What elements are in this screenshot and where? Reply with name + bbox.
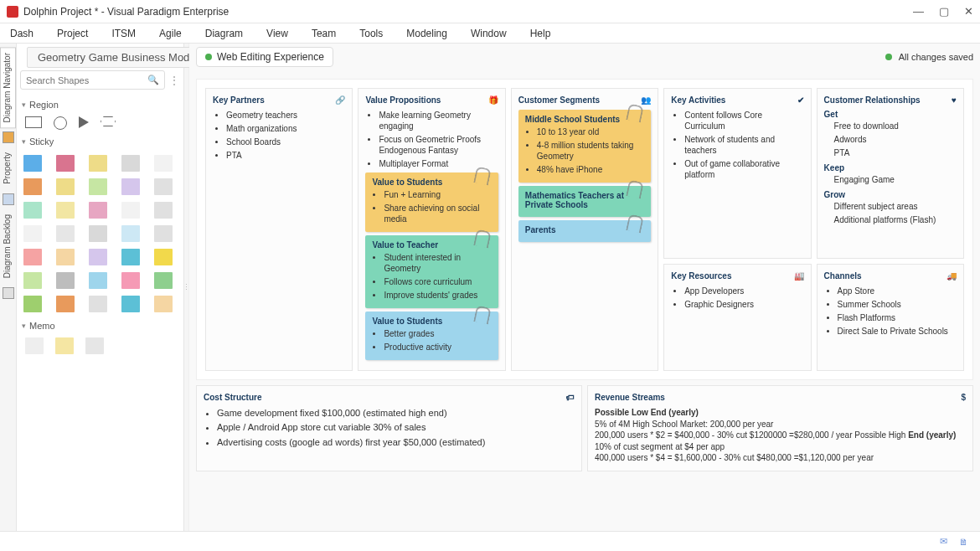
sticky-swatch[interactable] (56, 155, 75, 172)
breadcrumb[interactable]: Geometry Game Business Model (27, 47, 209, 68)
bmc-channels[interactable]: Channels🚚 App StoreSummer SchoolsFlash P… (817, 264, 964, 371)
list-item: Graphic Designers (684, 299, 803, 310)
sticky-swatch[interactable] (121, 202, 140, 219)
sticky-swatch[interactable] (121, 155, 140, 172)
sticky-value-students[interactable]: Value to Students Fun + LearningShare ac… (365, 173, 498, 232)
sticky-swatch[interactable] (56, 272, 75, 289)
bmc-key-resources[interactable]: Key Resources🏭 App DevelopersGraphic Des… (663, 264, 811, 371)
sticky-swatch[interactable] (154, 155, 173, 172)
menu-team[interactable]: Team (312, 28, 336, 39)
sticky-swatch[interactable] (56, 225, 75, 242)
section-sticky[interactable]: Sticky (20, 133, 180, 150)
search-icon[interactable]: 🔍 (147, 75, 159, 85)
search-input[interactable] (26, 75, 147, 85)
list-item: Summer Schools (838, 299, 957, 310)
sticky-swatch[interactable] (121, 225, 140, 242)
sticky-swatch[interactable] (23, 225, 42, 242)
side-tab-strip: Diagram Navigator Property Diagram Backl… (0, 44, 17, 531)
search-shapes-box[interactable]: 🔍 (20, 70, 165, 90)
section-region[interactable]: Region (20, 96, 180, 113)
list-item: Advertising costs (google ad words) firs… (217, 436, 575, 448)
list-item: Focus on Geometric Proofs Endogenous Fan… (379, 134, 498, 156)
sticky-swatch[interactable] (89, 272, 107, 289)
sidetab-property[interactable]: Property (0, 147, 16, 190)
sticky-swatch[interactable] (89, 155, 107, 172)
note-icon[interactable]: 🗎 (959, 537, 968, 547)
bmc-canvas[interactable]: Key Partners🔗 Geometry teachersMath orga… (196, 79, 973, 380)
sticky-swatch[interactable] (23, 296, 42, 312)
menu-window[interactable]: Window (471, 28, 507, 39)
menu-itsm[interactable]: ITSM (111, 28, 136, 39)
sticky-title: Value to Teacher (372, 240, 491, 250)
menu-help[interactable]: Help (530, 28, 551, 39)
sticky-swatch[interactable] (56, 249, 75, 265)
sidetab-diagram-backlog[interactable]: Diagram Backlog (0, 209, 16, 284)
sticky-swatch[interactable] (154, 272, 173, 289)
sticky-segment-teachers[interactable]: Mathematics Teachers at Private Schools (518, 186, 651, 217)
sticky-swatch[interactable] (89, 249, 107, 265)
sticky-swatch[interactable] (89, 178, 107, 195)
sticky-swatch[interactable] (154, 296, 173, 312)
memo-swatch[interactable] (25, 337, 44, 354)
sticky-swatch[interactable] (89, 202, 107, 219)
bmc-key-partners[interactable]: Key Partners🔗 Geometry teachersMath orga… (205, 88, 353, 371)
shape-rect[interactable] (25, 116, 42, 128)
list-item: Productive activity (384, 342, 491, 353)
sticky-segment-parents[interactable]: Parents (518, 220, 651, 242)
sticky-swatch[interactable] (56, 296, 75, 312)
close-button[interactable]: ✕ (964, 5, 973, 18)
menu-agile[interactable]: Agile (159, 28, 182, 39)
menu-view[interactable]: View (266, 28, 288, 39)
menu-tools[interactable]: Tools (359, 28, 383, 39)
bmc-value-propositions[interactable]: Value Propositions🎁 Make learning Geomet… (358, 88, 505, 371)
menu-dash[interactable]: Dash (10, 28, 34, 39)
menu-diagram[interactable]: Diagram (205, 28, 243, 39)
check-icon: ✔ (797, 95, 804, 105)
shape-hexagon[interactable] (101, 116, 116, 126)
list-item: Apple / Android App store cut variable 3… (217, 421, 575, 433)
sticky-swatch[interactable] (89, 296, 107, 312)
sticky-swatch[interactable] (154, 225, 173, 242)
maximize-button[interactable]: ▢ (939, 5, 949, 18)
sticky-swatch[interactable] (23, 272, 42, 289)
panel-options-icon[interactable]: ⋮ (168, 74, 180, 87)
minimize-button[interactable]: — (913, 5, 924, 18)
editing-status: Web Editing Experience (196, 47, 333, 67)
sidetab-diagram-navigator[interactable]: Diagram Navigator (0, 47, 16, 128)
sticky-swatch[interactable] (154, 249, 173, 265)
sticky-swatch[interactable] (121, 178, 140, 195)
sticky-segment-students[interactable]: Middle School Students 10 to 13 year old… (518, 110, 651, 183)
sticky-value-teacher[interactable]: Value to Teacher Student interested in G… (365, 235, 498, 308)
list-item: Network of students and teachers (684, 134, 803, 156)
bmc-hdr-label: Revenue Streams (595, 393, 665, 402)
shape-triangle[interactable] (79, 116, 89, 128)
bmc-revenue-streams[interactable]: Revenue Streams$ Possible Low End (yearl… (587, 385, 973, 471)
mail-icon[interactable]: ✉ (940, 536, 947, 547)
menu-project[interactable]: Project (57, 28, 88, 39)
bmc-key-activities[interactable]: Key Activities✔ Content follows Core Cur… (663, 88, 811, 259)
bmc-cost-structure[interactable]: Cost Structure🏷 Game development fixed $… (196, 385, 582, 471)
list-item: Flash Platforms (838, 312, 957, 323)
sticky-swatch[interactable] (23, 249, 42, 265)
rel-grow-hdr: Grow (824, 190, 957, 199)
sticky-swatch[interactable] (154, 202, 173, 219)
section-memo[interactable]: Memo (20, 317, 180, 334)
sticky-swatch[interactable] (121, 296, 140, 312)
sticky-swatch[interactable] (154, 178, 173, 195)
sticky-swatch[interactable] (56, 202, 75, 219)
memo-swatch[interactable] (55, 337, 74, 354)
bmc-customer-relationships[interactable]: Customer Relationships♥ Get Free to down… (817, 88, 964, 259)
sticky-value-students-2[interactable]: Value to Students Better gradesProductiv… (365, 312, 498, 360)
sticky-swatch[interactable] (56, 178, 75, 195)
sticky-swatch[interactable] (23, 178, 42, 195)
sticky-swatch[interactable] (89, 225, 107, 242)
menu-modeling[interactable]: Modeling (406, 28, 447, 39)
sticky-swatch[interactable] (23, 155, 42, 172)
sticky-swatch[interactable] (23, 202, 42, 219)
memo-swatch[interactable] (85, 337, 104, 354)
title-bar: Dolphin Project * - Visual Paradigm Ente… (0, 0, 980, 23)
shape-circle[interactable] (54, 116, 67, 130)
bmc-customer-segments[interactable]: Customer Segments👥 Middle School Student… (511, 88, 658, 371)
sticky-swatch[interactable] (121, 272, 140, 289)
sticky-swatch[interactable] (121, 249, 140, 265)
